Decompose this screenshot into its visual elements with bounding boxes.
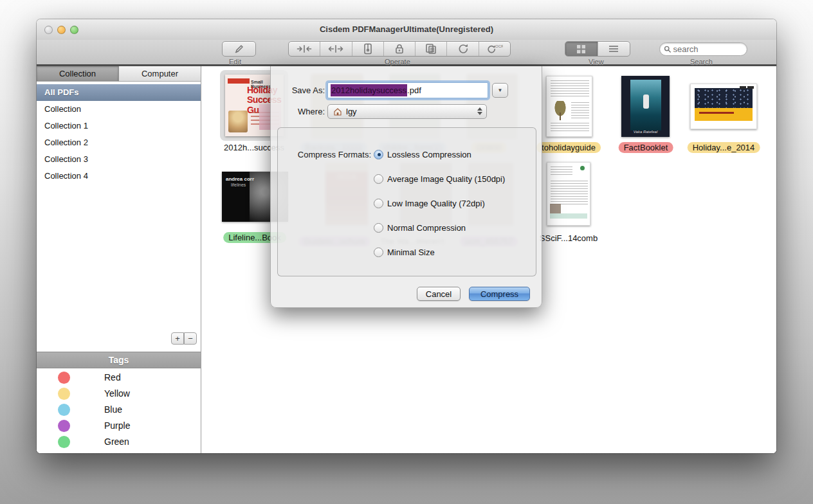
radio-option-average[interactable]: Average Image Quality (150dpi): [374, 174, 505, 184]
cancel-button[interactable]: Cancel: [417, 287, 461, 301]
svg-text:OCR: OCR: [495, 44, 503, 48]
cover-figure: [643, 94, 649, 109]
cover-banner: [695, 108, 753, 120]
compress-button[interactable]: [352, 42, 384, 56]
cover-text: Vaka Ratefeal: [621, 130, 670, 134]
radio-label: Lossless Compression: [387, 150, 471, 159]
title-bar[interactable]: Cisdem PDFManagerUltimate(Unregistered): [37, 19, 776, 40]
view-switcher: [565, 41, 630, 57]
view-group-label: View: [589, 58, 604, 66]
radio-option-low[interactable]: Low Image Quality (72dpi): [374, 198, 485, 208]
tag-label: Purple: [104, 420, 130, 431]
edit-group-label: Edit: [229, 58, 241, 66]
radio-icon[interactable]: [374, 248, 383, 257]
cover-photo: [228, 111, 248, 132]
sidebar-item-collection-3[interactable]: Collection 3: [37, 151, 201, 168]
pencil-icon: [233, 43, 245, 55]
tag-row-yellow[interactable]: Yellow: [37, 386, 201, 402]
edit-button[interactable]: [222, 41, 256, 57]
pdf-cover[interactable]: [546, 76, 592, 137]
sidebar-item-collection[interactable]: Collection: [37, 101, 201, 118]
radio-option-normal[interactable]: Normal Compression: [374, 222, 466, 233]
window-title: Cisdem PDFManagerUltimate(Unregistered): [37, 24, 776, 34]
split-icon: [328, 44, 343, 54]
list-view-button[interactable]: [598, 42, 630, 56]
search-group-label: Search: [690, 58, 713, 66]
red-tag-icon: [58, 372, 70, 384]
cover-text-lines: [551, 80, 589, 98]
cover-photo: [695, 88, 753, 109]
green-tag-icon: [58, 436, 70, 448]
cover-text: andrea corr: [226, 176, 254, 182]
filename-selected-text: 2012holidaysuccess: [331, 84, 407, 96]
app-window: Cisdem PDFManagerUltimate(Unregistered) …: [37, 19, 776, 453]
sidebar-item-collection-1[interactable]: Collection 1: [37, 118, 201, 134]
compress-save-dialog: Save As: 2012holidaysuccess.pdf ▼ Where:…: [270, 66, 542, 308]
chevron-down-icon: ▼: [498, 87, 503, 93]
radio-icon[interactable]: [374, 150, 383, 159]
ocr-button[interactable]: OCR: [479, 42, 510, 56]
pdf-label[interactable]: SSciF...14comb: [534, 233, 603, 244]
cover-decoration: [740, 86, 746, 89]
tag-row-green[interactable]: Green: [37, 434, 201, 450]
sidebar-item-all-pdfs[interactable]: All PDFs: [37, 84, 201, 101]
pdf-cover[interactable]: [690, 84, 757, 129]
encrypt-button[interactable]: [384, 42, 416, 56]
tags-header: Tags: [37, 352, 201, 368]
pdf-cover[interactable]: Vaka Ratefeal: [621, 76, 670, 137]
tag-label: Red: [104, 372, 121, 382]
toolbar: Edit: [37, 40, 776, 66]
compress-button[interactable]: Compress: [469, 287, 530, 301]
tag-label: Green: [104, 437, 129, 447]
tab-collection[interactable]: Collection: [37, 66, 119, 82]
cover-text-lines: [551, 181, 588, 206]
blue-tag-icon: [58, 404, 70, 416]
cover-decoration: [550, 213, 587, 219]
pdf-label[interactable]: FactBooklet: [619, 142, 673, 153]
pdf-label[interactable]: toholidayguide: [536, 142, 601, 153]
cover-decoration: [747, 86, 754, 89]
merge-button[interactable]: [289, 42, 320, 56]
grid-view-button[interactable]: [565, 42, 598, 56]
ocr-icon: OCR: [486, 43, 503, 55]
tag-row-blue[interactable]: Blue: [37, 402, 201, 418]
sidebar-item-collection-2[interactable]: Collection 2: [37, 134, 201, 151]
sidebar-item-collection-4[interactable]: Collection 4: [37, 168, 201, 184]
cover-text-lines: [551, 123, 589, 133]
tab-computer[interactable]: Computer: [119, 66, 201, 82]
cover-text-lines: [571, 102, 589, 119]
operate-group: OCR: [288, 41, 511, 57]
radio-icon[interactable]: [374, 174, 383, 184]
filename-extension: .pdf: [407, 86, 421, 95]
expand-dialog-button[interactable]: ▼: [492, 83, 508, 98]
cover-tree-illustration: [552, 101, 569, 120]
copy-pages-button[interactable]: [416, 42, 447, 56]
radio-option-lossless[interactable]: Lossless Compression: [374, 149, 471, 159]
save-as-label: Save As:: [271, 86, 325, 95]
where-popup-menu[interactable]: lgy: [327, 104, 487, 119]
merge-icon: [297, 44, 312, 54]
radio-label: Low Image Quality (72dpi): [387, 199, 485, 208]
tag-row-red[interactable]: Red: [37, 370, 201, 386]
radio-icon[interactable]: [374, 199, 383, 208]
home-icon: [333, 107, 342, 116]
sidebar: Collection Computer All PDFs Collection …: [37, 66, 201, 453]
split-button[interactable]: [320, 42, 352, 56]
filename-input[interactable]: 2012holidaysuccess.pdf: [327, 82, 488, 98]
radio-icon[interactable]: [374, 223, 383, 233]
add-collection-button[interactable]: +: [171, 332, 184, 345]
convert-button[interactable]: [447, 42, 479, 56]
search-input[interactable]: [673, 44, 743, 54]
rotate-icon: [457, 43, 470, 55]
pdf-label[interactable]: Holiday...e_2014: [688, 142, 760, 153]
remove-collection-button[interactable]: −: [184, 332, 197, 345]
cover-text: lifelines: [231, 183, 246, 187]
tag-label: Blue: [104, 404, 122, 415]
radio-option-minimal[interactable]: Minimal Size: [374, 247, 435, 257]
cover-ribbon: [228, 78, 250, 84]
radio-label: Normal Compression: [387, 223, 466, 233]
search-field[interactable]: [659, 42, 747, 56]
pdf-cover[interactable]: [547, 162, 590, 226]
sidebar-tabs: Collection Computer: [37, 66, 201, 82]
tag-row-purple[interactable]: Purple: [37, 418, 201, 434]
